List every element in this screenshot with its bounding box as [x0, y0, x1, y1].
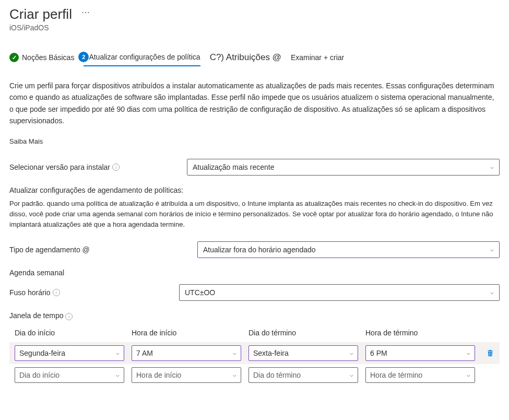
select-version-label: Selecionar versão para instalar i	[9, 163, 187, 171]
timezone-value: UTC±OO	[185, 288, 215, 297]
description-text: Crie um perfil para forçar dispositivos …	[9, 80, 500, 127]
end-day-dropdown[interactable]: Dia do término ⌵	[248, 367, 358, 383]
chevron-down-icon: ⌵	[467, 349, 470, 356]
select-version-dropdown[interactable]: Atualização mais recente ⌵	[187, 159, 500, 176]
tab-update-label: Atualizar configurações de política	[89, 53, 200, 61]
table-row: Segunda-feira ⌵ 7 AM ⌵ Sexta-feira ⌵ 6 P…	[9, 342, 500, 364]
page-title: Criar perfil	[9, 6, 72, 22]
schedule-type-value: Atualizar fora do horário agendado	[203, 246, 316, 254]
end-day-value: Sexta-feira	[253, 349, 289, 357]
start-day-placeholder: Dia do início	[19, 371, 60, 379]
chevron-down-icon: ⌵	[233, 371, 236, 378]
chevron-down-icon: ⌵	[490, 289, 494, 296]
chevron-down-icon: ⌵	[350, 349, 353, 356]
select-version-label-text: Selecionar versão para instalar	[9, 163, 110, 171]
schedule-type-label-text: Tipo de agendamento @	[9, 246, 90, 254]
chevron-down-icon: ⌵	[116, 371, 120, 378]
time-window-label: Janela de tempo	[9, 311, 64, 320]
col-end-day: Dia do término	[248, 329, 358, 337]
time-window-heading: Janela de tempo i	[9, 311, 500, 320]
end-day-placeholder: Dia do término	[253, 371, 301, 379]
timezone-label: Fuso horário i	[9, 288, 179, 297]
info-icon[interactable]: i	[53, 289, 60, 296]
info-icon[interactable]: i	[65, 313, 73, 320]
chevron-down-icon: ⌵	[490, 246, 494, 253]
schedule-heading: Atualizar configurações de agendamento d…	[9, 186, 500, 194]
start-day-value: Segunda-feira	[19, 349, 65, 357]
start-day-dropdown[interactable]: Segunda-feira ⌵	[15, 345, 124, 361]
end-time-placeholder: Hora de término	[370, 371, 422, 379]
chevron-down-icon: ⌵	[490, 164, 494, 170]
info-icon[interactable]: i	[112, 164, 120, 171]
chevron-down-icon: ⌵	[350, 371, 353, 378]
tab-assignments-label: C?) Atribuições @	[210, 52, 281, 63]
chevron-down-icon: ⌵	[233, 349, 236, 356]
start-time-dropdown[interactable]: 7 AM ⌵	[132, 345, 241, 361]
tab-review-label: Examinar + criar	[291, 53, 344, 62]
time-window-table-header: Dia do início Hora de início Dia do térm…	[9, 329, 500, 342]
start-time-placeholder: Hora de início	[136, 371, 181, 379]
end-time-dropdown[interactable]: Hora de término ⌵	[365, 367, 475, 383]
schedule-type-label: Tipo de agendamento @	[9, 246, 197, 254]
timezone-dropdown[interactable]: UTC±OO ⌵	[179, 284, 500, 301]
tab-update-settings[interactable]: 2 Atualizar configurações de política	[84, 52, 200, 66]
tab-basics-label: Noções Básicas	[22, 53, 74, 62]
start-time-dropdown[interactable]: Hora de início ⌵	[132, 367, 241, 383]
page-subtitle: iOS/iPadOS	[9, 24, 500, 32]
table-row: Dia do início ⌵ Hora de início ⌵ Dia do …	[9, 364, 500, 386]
select-version-value: Atualização mais recente	[193, 163, 274, 171]
start-day-dropdown[interactable]: Dia do início ⌵	[15, 367, 124, 383]
learn-more-link[interactable]: Saiba Mais	[9, 137, 500, 145]
chevron-down-icon: ⌵	[467, 371, 470, 378]
tab-basics[interactable]: ✓ Noções Básicas	[9, 53, 74, 65]
check-icon: ✓	[9, 53, 19, 62]
wizard-tabs: ✓ Noções Básicas 2 Atualizar configuraçõ…	[9, 52, 500, 66]
more-options-icon[interactable]: ⋯	[81, 7, 91, 17]
weekly-schedule-heading: Agenda semanal	[9, 269, 500, 277]
step-icon: 2	[78, 52, 89, 62]
start-time-value: 7 AM	[136, 349, 153, 357]
timezone-label-text: Fuso horário	[9, 288, 51, 297]
schedule-type-dropdown[interactable]: Atualizar fora do horário agendado ⌵	[197, 241, 500, 258]
tab-review-create[interactable]: Examinar + criar	[291, 53, 344, 65]
end-time-value: 6 PM	[370, 349, 387, 357]
chevron-down-icon: ⌵	[116, 349, 120, 356]
delete-row-button[interactable]	[482, 349, 498, 357]
end-time-dropdown[interactable]: 6 PM ⌵	[365, 345, 475, 361]
tab-assignments[interactable]: C?) Atribuições @	[210, 52, 281, 66]
col-start-day: Dia do início	[15, 329, 124, 337]
col-start-time: Hora de início	[132, 329, 241, 337]
col-end-time: Hora de término	[365, 329, 475, 337]
end-day-dropdown[interactable]: Sexta-feira ⌵	[248, 345, 358, 361]
schedule-description: Por padrão. quando uma política de atual…	[9, 199, 500, 230]
